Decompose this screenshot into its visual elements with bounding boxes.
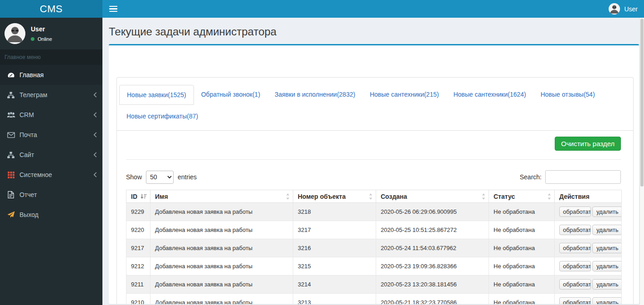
cell-name: Добавлена новая заявка на работы — [150, 221, 293, 239]
process-button[interactable]: обработать — [559, 225, 591, 235]
delete-button[interactable]: удалить — [592, 261, 622, 271]
chevron-left-icon — [93, 172, 97, 177]
datatable-controls: Show 50 entries Search: — [126, 170, 621, 184]
cell-actions: обработатьудалить — [555, 203, 622, 221]
cell-actions: обработатьудалить — [555, 275, 622, 294]
cell-actions: обработатьудалить — [555, 257, 622, 275]
sidebar-section-header: Главное меню — [0, 49, 102, 65]
table-row: 9229Добавлена новая заявка на работы3218… — [126, 203, 622, 221]
clear-section-button[interactable]: Очистить раздел — [555, 137, 621, 151]
tab-link[interactable]: Новые сантехники(1624) — [446, 85, 533, 104]
content-area: Текущие задачи администратора Новые заяв… — [102, 18, 639, 305]
cell-id: 9211 — [126, 275, 150, 294]
process-button[interactable]: обработать — [559, 279, 591, 290]
cell-actions: обработатьудалить — [555, 294, 622, 305]
cell-status: Не обработана — [489, 257, 555, 275]
chevron-left-icon — [93, 152, 97, 157]
app-logo[interactable]: CMS — [0, 0, 102, 18]
cell-object: 3216 — [293, 239, 376, 257]
content-card: Новые заявки(1525)Обратный звонок(1)Заяв… — [109, 44, 639, 304]
sidebar-item-crm[interactable]: CRM — [0, 105, 102, 125]
cell-created: 2020-05-24 11:54:03.677962 — [376, 239, 489, 257]
sort-desc-icon — [140, 193, 147, 199]
column-header-2[interactable]: Имя — [150, 190, 293, 203]
sort-icon — [547, 193, 551, 200]
page-length-control: Show 50 entries — [126, 171, 197, 184]
panel-toolbar: Очистить раздел — [126, 131, 621, 151]
paper-plane-icon — [6, 211, 15, 218]
table-row: 9220Добавлена новая заявка на работы3217… — [126, 221, 622, 239]
table-row: 9212Добавлена новая заявка на работы3215… — [126, 257, 622, 275]
app-logo-text: CMS — [40, 3, 63, 15]
tab-link[interactable]: Новые заявки(1525) — [119, 85, 194, 105]
tab-link[interactable]: Новые отзывы(54) — [533, 85, 602, 104]
sidebar-item-home[interactable]: Главная — [0, 65, 102, 85]
process-button[interactable]: обработать — [559, 207, 591, 217]
cell-object: 3218 — [293, 203, 376, 221]
cell-created: 2020-05-23 13:20:38.181456 — [376, 275, 489, 294]
navbar-user-label: User — [624, 5, 638, 13]
cell-created: 2020-05-26 06:29:06.900995 — [376, 203, 489, 221]
column-header-4[interactable]: Создана — [376, 190, 489, 203]
scrollbar-thumb[interactable] — [640, 19, 644, 187]
column-header-3[interactable]: Номер объекта — [293, 190, 376, 203]
page-title: Текущие задачи администратора — [109, 25, 633, 38]
column-header-5[interactable]: Статус — [489, 190, 555, 203]
tab-link[interactable]: Заявки в исполнении(2832) — [267, 85, 363, 104]
sitemap-icon — [6, 152, 15, 158]
cell-object: 3214 — [293, 275, 376, 294]
tab-link[interactable]: Новые сертификаты(87) — [119, 107, 205, 126]
sidebar-user-panel: User Online — [0, 18, 102, 49]
grid-icon — [6, 172, 15, 178]
tab-link[interactable]: Новые сантехники(215) — [363, 85, 446, 104]
entries-select[interactable]: 50 — [146, 171, 174, 184]
file-icon — [6, 191, 15, 198]
delete-button[interactable]: удалить — [592, 207, 622, 217]
user-status[interactable]: Online — [31, 36, 52, 42]
sidebar-item-site[interactable]: Сайт — [0, 145, 102, 165]
tab-2: Обратный звонок(1) — [194, 85, 267, 105]
sidebar-item-system[interactable]: Системное — [0, 165, 102, 185]
sort-icon — [482, 193, 485, 200]
user-menu[interactable]: User — [609, 0, 644, 18]
process-button[interactable]: обработать — [559, 243, 591, 253]
sidebar-item-report[interactable]: Отчет — [0, 185, 102, 205]
top-navbar: CMS User — [0, 0, 644, 18]
cell-name: Добавлена новая заявка на работы — [150, 275, 293, 294]
delete-button[interactable]: удалить — [592, 297, 622, 304]
user-avatar[interactable] — [5, 23, 25, 44]
tab-link[interactable]: Обратный звонок(1) — [194, 85, 267, 104]
cell-created: 2020-05-25 10:51:25.867272 — [376, 221, 489, 239]
table-row: 9210Добавлена новая заявка на работы3213… — [126, 294, 622, 305]
cell-id: 9210 — [126, 294, 150, 305]
hamburger-icon — [109, 5, 117, 14]
cell-name: Добавлена новая заявка на работы — [150, 294, 293, 305]
window-scrollbar[interactable] — [639, 18, 644, 305]
tab-4: Новые сантехники(215) — [363, 85, 446, 105]
sidebar-item-telegram[interactable]: Телеграм — [0, 85, 102, 105]
sidebar-menu: ГлавнаяТелеграмCRMПочтаСайтСистемноеОтче… — [0, 65, 102, 225]
process-button[interactable]: обработать — [559, 297, 591, 304]
tab-3: Заявки в исполнении(2832) — [267, 85, 363, 105]
search-input[interactable] — [545, 170, 621, 184]
cell-object: 3215 — [293, 257, 376, 275]
sidebar-item-label: Сайт — [19, 151, 34, 158]
sort-icon — [286, 193, 290, 200]
column-header-1[interactable]: ID — [126, 190, 150, 203]
sidebar: User Online Главное меню ГлавнаяТелеграм… — [0, 18, 102, 305]
delete-button[interactable]: удалить — [592, 225, 622, 235]
sidebar-item-logout[interactable]: Выход — [0, 205, 102, 225]
envelope-icon — [6, 132, 15, 138]
process-button[interactable]: обработать — [559, 261, 591, 271]
tasks-table: IDИмяНомер объектаСозданаСтатусДействия … — [126, 190, 622, 304]
sidebar-item-label: Главная — [19, 71, 44, 79]
search-control: Search: — [520, 170, 621, 184]
tabs: Новые заявки(1525)Обратный звонок(1)Заяв… — [117, 85, 633, 131]
delete-button[interactable]: удалить — [592, 279, 622, 290]
table-row: 9217Добавлена новая заявка на работы3216… — [126, 239, 622, 257]
chevron-left-icon — [93, 112, 97, 118]
sidebar-toggle-button[interactable] — [102, 0, 117, 18]
delete-button[interactable]: удалить — [592, 243, 622, 253]
users-icon — [6, 112, 15, 118]
sidebar-item-mail[interactable]: Почта — [0, 125, 102, 145]
